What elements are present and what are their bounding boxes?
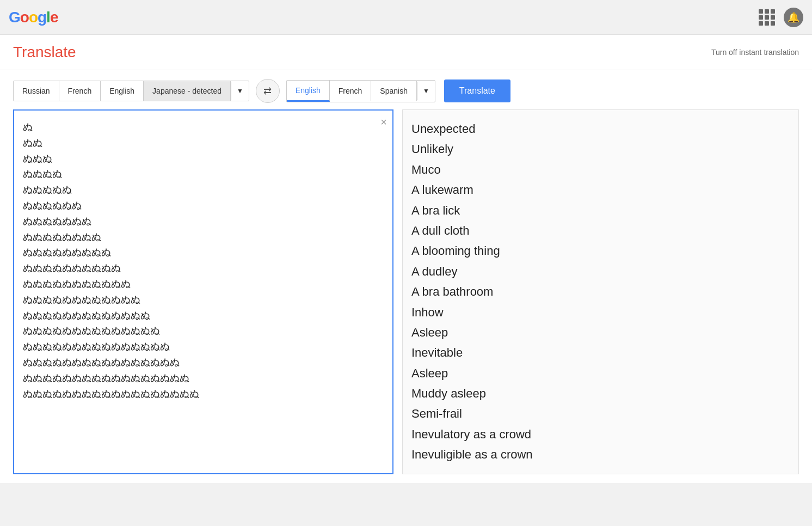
target-language-selector: English French Spanish ▼: [286, 80, 435, 102]
topbar-right: 🔔: [759, 8, 803, 27]
logo-letter-e: e: [50, 9, 58, 26]
translate-button[interactable]: Translate: [444, 79, 510, 102]
source-lang-english[interactable]: English: [101, 81, 144, 101]
translation-line: Inevitable: [411, 342, 790, 363]
swap-languages-button[interactable]: ⇄: [256, 79, 280, 103]
grid-dot: [765, 21, 769, 26]
translation-line: Asleep: [411, 363, 790, 383]
grid-dot: [771, 21, 775, 26]
grid-dot: [759, 21, 763, 26]
source-lang-japanese-detected[interactable]: Japanese - detected: [144, 81, 231, 101]
text-panels: ぬ ぬぬ ぬぬぬ ぬぬぬぬ ぬぬぬぬぬ ぬぬぬぬぬぬ ぬぬぬぬぬぬぬ ぬぬぬぬぬ…: [13, 109, 799, 474]
clear-input-button[interactable]: ×: [380, 116, 387, 129]
translation-line: Inevulatory as a crowd: [411, 424, 790, 444]
translation-line: A dull cloth: [411, 221, 790, 241]
translation-line: Semi-frail: [411, 403, 790, 424]
translation-line: A bra bathroom: [411, 282, 790, 302]
translation-line: A dudley: [411, 261, 790, 282]
translation-line: Muco: [411, 160, 790, 180]
logo-letter-g: G: [9, 9, 20, 26]
page-header: Translate Turn off instant translation: [0, 35, 812, 70]
logo-letter-l: l: [46, 9, 50, 26]
avatar[interactable]: 🔔: [784, 8, 803, 27]
source-lang-dropdown[interactable]: ▼: [231, 82, 249, 100]
grid-dot: [759, 15, 763, 20]
swap-icon: ⇄: [263, 85, 272, 97]
target-panel: UnexpectedUnlikelyMucoA lukewarmA bra li…: [402, 109, 799, 474]
grid-dot: [765, 15, 769, 20]
translation-line: Asleep: [411, 322, 790, 342]
translation-output: UnexpectedUnlikelyMucoA lukewarmA bra li…: [411, 119, 790, 465]
target-lang-dropdown[interactable]: ▼: [417, 82, 435, 100]
target-lang-english[interactable]: English: [287, 81, 330, 102]
translation-line: Inevuligible as a crown: [411, 444, 790, 464]
translation-line: Inhow: [411, 302, 790, 322]
source-lang-french[interactable]: French: [59, 81, 101, 101]
page-title: Translate: [13, 44, 76, 61]
translate-container: Russian French English Japanese - detect…: [0, 70, 812, 483]
translation-line: A bra lick: [411, 200, 790, 221]
target-lang-spanish[interactable]: Spanish: [371, 81, 417, 101]
translation-line: A blooming thing: [411, 241, 790, 261]
grid-dot: [771, 9, 775, 14]
source-language-selector: Russian French English Japanese - detect…: [13, 81, 249, 101]
logo-letter-o1: o: [20, 9, 29, 26]
grid-dot: [759, 9, 763, 14]
language-bar: Russian French English Japanese - detect…: [13, 79, 799, 103]
grid-dot: [771, 15, 775, 20]
target-lang-french[interactable]: French: [330, 81, 372, 101]
source-lang-russian[interactable]: Russian: [14, 81, 59, 101]
google-apps-icon[interactable]: [759, 9, 775, 26]
translation-line: A lukewarm: [411, 180, 790, 200]
translation-line: Muddy asleep: [411, 383, 790, 403]
google-logo[interactable]: Google: [9, 9, 58, 26]
grid-dot: [765, 9, 769, 14]
source-textarea[interactable]: ぬ ぬぬ ぬぬぬ ぬぬぬぬ ぬぬぬぬぬ ぬぬぬぬぬぬ ぬぬぬぬぬぬぬ ぬぬぬぬぬ…: [14, 111, 392, 473]
source-panel: ぬ ぬぬ ぬぬぬ ぬぬぬぬ ぬぬぬぬぬ ぬぬぬぬぬぬ ぬぬぬぬぬぬぬ ぬぬぬぬぬ…: [13, 109, 393, 474]
translation-line: Unlikely: [411, 139, 790, 159]
logo-letter-g2: g: [38, 9, 46, 26]
instant-translation-toggle[interactable]: Turn off instant translation: [711, 48, 799, 57]
topbar: Google 🔔: [0, 0, 812, 35]
translation-line: Unexpected: [411, 119, 790, 139]
logo-letter-o2: o: [29, 9, 38, 26]
